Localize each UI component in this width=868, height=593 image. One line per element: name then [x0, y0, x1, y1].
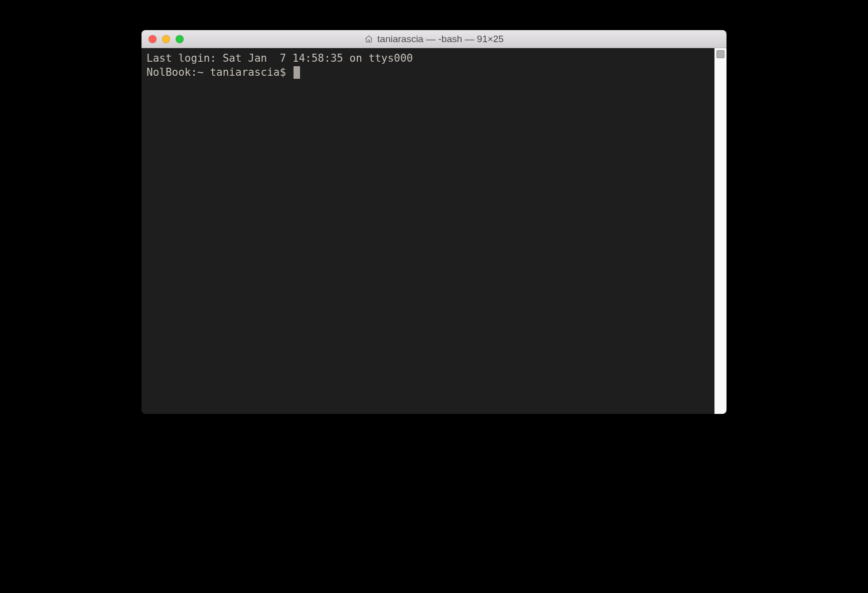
traffic-lights: [141, 35, 184, 43]
home-icon: [364, 35, 373, 44]
last-login-line: Last login: Sat Jan 7 14:58:35 on ttys00…: [147, 51, 709, 65]
close-button[interactable]: [149, 35, 157, 43]
maximize-button[interactable]: [176, 35, 184, 43]
terminal-window: taniarascia — -bash — 91×25 Last login: …: [141, 30, 727, 414]
scrollbar[interactable]: [714, 48, 727, 414]
window-title-container: taniarascia — -bash — 91×25: [141, 34, 727, 45]
prompt-text: NolBook:~ taniarascia$: [147, 65, 293, 79]
minimize-button[interactable]: [162, 35, 170, 43]
window-title: taniarascia — -bash — 91×25: [377, 34, 504, 45]
terminal-content[interactable]: Last login: Sat Jan 7 14:58:35 on ttys00…: [141, 48, 714, 414]
cursor: [294, 66, 300, 79]
terminal-body: Last login: Sat Jan 7 14:58:35 on ttys00…: [141, 48, 727, 414]
prompt-line: NolBook:~ taniarascia$: [147, 65, 709, 79]
titlebar[interactable]: taniarascia — -bash — 91×25: [141, 30, 727, 48]
scrollbar-thumb[interactable]: [716, 50, 725, 58]
